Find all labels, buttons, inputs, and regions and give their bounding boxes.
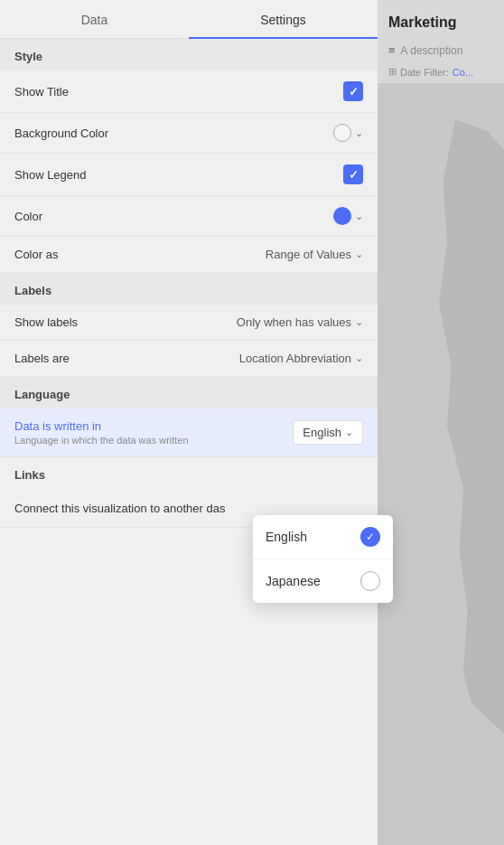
language-dropdown: English ✓ Japanese bbox=[253, 515, 393, 603]
right-panel: Marketing ≡ A description ⊞ Date Filter:… bbox=[378, 0, 504, 845]
option-english[interactable]: English ✓ bbox=[253, 515, 393, 559]
language-section-header: Language bbox=[0, 377, 378, 408]
description-text: A description bbox=[401, 44, 463, 57]
links-section-header: Links bbox=[0, 457, 378, 489]
option-japanese-label: Japanese bbox=[266, 574, 321, 588]
show-labels-label: Show labels bbox=[14, 315, 78, 329]
labels-section-header: Labels bbox=[0, 273, 378, 305]
map-shape bbox=[423, 119, 504, 734]
style-section-header: Style bbox=[0, 39, 378, 70]
labels-are-row: Labels are Location Abbreviation ⌄ bbox=[0, 341, 378, 377]
japanese-radio-icon bbox=[360, 571, 380, 591]
color-as-select[interactable]: Range of Values ⌄ bbox=[266, 248, 363, 261]
background-color-circle bbox=[333, 124, 351, 142]
labels-are-select[interactable]: Location Abbreviation ⌄ bbox=[239, 352, 363, 365]
map-area bbox=[378, 83, 504, 845]
color-as-label: Color as bbox=[14, 248, 58, 261]
tab-data[interactable]: Data bbox=[0, 0, 189, 38]
show-labels-value: Only when has values bbox=[237, 315, 351, 329]
labels-are-chevron: ⌄ bbox=[355, 352, 363, 364]
show-title-label: Show Title bbox=[14, 85, 69, 99]
data-written-in-label: Data is written in bbox=[14, 419, 189, 433]
right-panel-filter: ⊞ Date Filter: Co... bbox=[378, 61, 504, 83]
show-labels-row: Show labels Only when has values ⌄ bbox=[0, 305, 378, 341]
show-title-checkbox[interactable] bbox=[343, 81, 363, 101]
color-as-row: Color as Range of Values ⌄ bbox=[0, 237, 378, 273]
option-english-label: English bbox=[266, 530, 307, 544]
option-japanese[interactable]: Japanese bbox=[253, 559, 393, 603]
show-legend-checkbox[interactable] bbox=[343, 164, 363, 184]
map-background bbox=[378, 83, 504, 845]
language-chevron: ⌄ bbox=[345, 427, 353, 438]
show-labels-select[interactable]: Only when has values ⌄ bbox=[237, 315, 363, 329]
color-circle bbox=[333, 207, 351, 225]
show-labels-chevron: ⌄ bbox=[355, 316, 363, 328]
show-legend-label: Show Legend bbox=[14, 168, 87, 182]
color-as-chevron: ⌄ bbox=[355, 249, 363, 260]
language-english-button[interactable]: English ⌄ bbox=[293, 420, 363, 445]
show-legend-row: Show Legend bbox=[0, 154, 378, 196]
background-color-chevron: ⌄ bbox=[355, 127, 363, 139]
color-row: Color ⌄ bbox=[0, 196, 378, 237]
background-color-label: Background Color bbox=[14, 127, 108, 140]
data-written-in-sublabel: Language in which the data was written bbox=[14, 435, 189, 446]
labels-are-value: Location Abbreviation bbox=[239, 352, 351, 365]
filter-link[interactable]: Co... bbox=[453, 67, 473, 78]
data-written-in-label-group: Data is written in Language in which the… bbox=[14, 419, 189, 446]
tabs-bar: Data Settings bbox=[0, 0, 378, 39]
color-as-value: Range of Values bbox=[266, 248, 351, 261]
color-label: Color bbox=[14, 210, 42, 223]
background-color-picker[interactable]: ⌄ bbox=[333, 124, 363, 142]
description-icon: ≡ bbox=[388, 43, 396, 57]
data-written-in-row: Data is written in Language in which the… bbox=[0, 408, 378, 457]
show-title-row: Show Title bbox=[0, 70, 378, 113]
background-color-row: Background Color ⌄ bbox=[0, 113, 378, 154]
english-selected-icon: ✓ bbox=[360, 527, 380, 547]
tab-settings[interactable]: Settings bbox=[189, 0, 378, 38]
filter-label: Date Filter: bbox=[400, 67, 449, 78]
settings-panel: Data Settings Style Show Title Backgroun… bbox=[0, 0, 378, 845]
right-panel-description: ≡ A description bbox=[378, 40, 504, 61]
filter-icon: ⊞ bbox=[388, 66, 397, 78]
connect-text: Connect this visualization to another da… bbox=[14, 502, 225, 515]
language-value: English bbox=[303, 426, 341, 439]
right-panel-title: Marketing bbox=[378, 0, 504, 40]
color-picker[interactable]: ⌄ bbox=[333, 207, 363, 225]
color-chevron: ⌄ bbox=[355, 211, 363, 222]
labels-are-label: Labels are bbox=[14, 352, 70, 365]
